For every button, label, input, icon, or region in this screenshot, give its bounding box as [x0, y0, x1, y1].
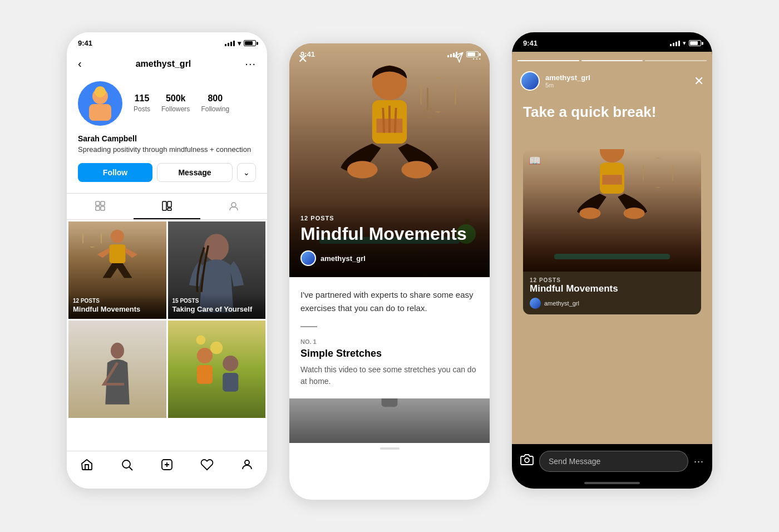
dropdown-button[interactable]: ⌄	[237, 163, 256, 182]
post-thumb-3[interactable]	[68, 321, 166, 418]
post-overlay-2: 15 POSTS Taking Care of Yourself	[168, 293, 266, 319]
guide-author-username: amethyst_grl	[321, 254, 366, 263]
story-bar-3	[645, 60, 707, 61]
phone-story: 9:41 ▾ amethyst_grl 5m ✕ Take	[512, 32, 712, 489]
story-card-title: Mindful Movements	[530, 283, 694, 294]
story-title: Take a quick break!	[523, 104, 701, 121]
nav-heart[interactable]	[200, 458, 214, 475]
followers-label: Followers	[161, 105, 190, 113]
posts-count: 115	[134, 93, 150, 104]
wifi-icon-1: ▾	[238, 40, 241, 47]
profile-bio: Sarah Campbell Spreading positivity thro…	[67, 134, 267, 163]
tab-guide[interactable]	[134, 194, 200, 219]
bottom-nav	[67, 451, 267, 489]
bio-text: Spreading positivity through mindfulness…	[78, 145, 256, 155]
followers-count: 500k	[161, 93, 190, 104]
tab-tagged[interactable]	[200, 194, 267, 219]
guide-hero: 9:41 ▾	[289, 43, 490, 277]
battery-1	[244, 40, 256, 46]
post-thumb-2[interactable]: 15 POSTS Taking Care of Yourself	[168, 221, 266, 319]
svg-rect-12	[109, 244, 125, 263]
guide-author: amethyst_grl	[300, 250, 479, 266]
back-button[interactable]: ‹	[78, 57, 82, 70]
story-user-info: amethyst_grl 5m	[545, 73, 694, 88]
svg-point-14	[111, 343, 124, 359]
post-thumb-4[interactable]	[168, 321, 266, 418]
svg-point-29	[347, 161, 378, 178]
story-username: amethyst_grl	[545, 73, 694, 82]
signal-bars-1	[225, 41, 235, 46]
stat-followers: 500k Followers	[161, 93, 190, 114]
message-button[interactable]: Message	[157, 163, 233, 182]
status-icons-1: ▾	[225, 40, 256, 47]
post-count-1: 12 POSTS	[73, 298, 162, 304]
svg-rect-16	[197, 365, 213, 384]
svg-rect-9	[167, 208, 171, 210]
svg-point-30	[401, 161, 432, 178]
svg-point-15	[197, 348, 213, 363]
svg-rect-18	[223, 373, 238, 392]
post-title-2: Taking Care of Yourself	[172, 305, 262, 314]
guide-hero-content: 12 POSTS Mindful Movements amethyst_grl	[289, 204, 490, 277]
story-card-username: amethyst_grl	[544, 300, 579, 307]
nav-add[interactable]	[160, 458, 174, 475]
svg-line-22	[130, 467, 133, 471]
story-card-body: 12 POSTS Mindful Movements amethyst_grl	[523, 272, 701, 314]
following-count: 800	[201, 93, 229, 104]
profile-info: 115 Posts 500k Followers 800 Following	[67, 76, 267, 134]
svg-rect-6	[101, 206, 105, 210]
story-progress	[517, 60, 707, 61]
phone-guide: 9:41 ▾	[289, 43, 490, 500]
story-more-button[interactable]: ···	[694, 456, 704, 467]
story-message-input[interactable]: Send Message	[539, 451, 688, 472]
avatar	[78, 81, 122, 126]
svg-point-20	[196, 335, 206, 344]
guide-item-description: Watch this video to see some stretches y…	[300, 364, 479, 387]
story-card-avatar	[530, 298, 541, 309]
story-bar-1	[517, 60, 579, 61]
svg-point-36	[624, 208, 645, 219]
svg-point-19	[210, 342, 223, 354]
svg-point-37	[525, 458, 529, 462]
guide-item-number: NO. 1	[300, 338, 479, 345]
camera-icon[interactable]	[520, 453, 534, 470]
svg-rect-8	[167, 201, 171, 207]
guide-posts-count: 12 POSTS	[300, 215, 479, 221]
more-options-button[interactable]: ···	[245, 57, 256, 70]
nav-profile[interactable]	[240, 458, 254, 475]
phone-profile: 9:41 ▾ ‹ amethyst_grl ···	[67, 32, 267, 489]
story-close-button[interactable]: ✕	[694, 74, 704, 88]
profile-header: ‹ amethyst_grl ···	[67, 52, 267, 76]
bio-name: Sarah Campbell	[78, 134, 256, 143]
svg-rect-7	[162, 201, 166, 210]
follow-button[interactable]: Follow	[78, 163, 152, 182]
svg-rect-4	[101, 201, 105, 205]
avatar-image	[78, 81, 122, 126]
stat-posts: 115 Posts	[134, 93, 150, 114]
svg-point-11	[111, 229, 124, 243]
profile-tabs	[67, 193, 267, 220]
nav-home[interactable]	[80, 458, 93, 475]
story-header: amethyst_grl 5m ✕	[512, 66, 712, 96]
posts-grid: 12 POSTS Mindful Movements	[67, 220, 267, 420]
profile-username: amethyst_grl	[136, 59, 191, 69]
guide-item-title: Simple Stretches	[300, 348, 479, 359]
story-time: 5m	[545, 82, 694, 88]
following-label: Following	[201, 105, 229, 113]
tab-grid[interactable]	[67, 194, 134, 219]
post-title-1: Mindful Movements	[73, 305, 162, 314]
svg-point-10	[231, 203, 236, 207]
svg-rect-1	[89, 104, 111, 121]
svg-point-21	[122, 460, 130, 468]
post-count-2: 15 POSTS	[172, 298, 262, 304]
posts-label: Posts	[134, 105, 150, 113]
nav-search[interactable]	[120, 458, 134, 475]
stat-following: 800 Following	[201, 93, 229, 114]
svg-rect-32	[382, 398, 398, 407]
story-card[interactable]: 📖 12 POSTS Mindful Movements amethyst_gr…	[523, 149, 701, 314]
home-indicator	[584, 482, 640, 484]
post-overlay-1: 12 POSTS Mindful Movements	[68, 293, 166, 319]
story-card-count: 12 POSTS	[530, 277, 694, 283]
post-thumb-1[interactable]: 12 POSTS Mindful Movements	[68, 221, 166, 319]
guide-body: I've partnered with experts to share som…	[289, 277, 490, 398]
